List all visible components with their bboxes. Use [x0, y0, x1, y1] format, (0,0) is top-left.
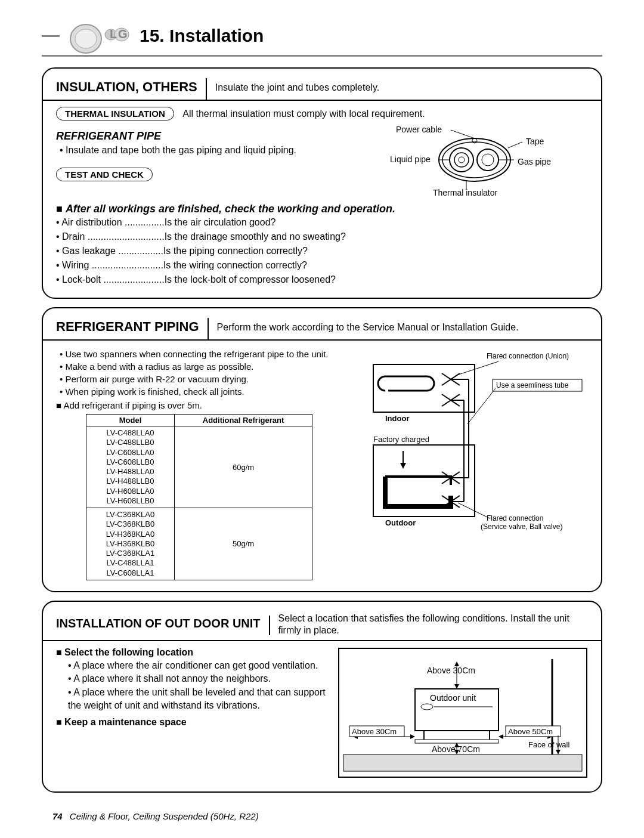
refrigerant-table: Model Additional Refrigerant LV-C488LLA0…	[86, 414, 312, 580]
svg-line-30	[467, 388, 496, 424]
add-refrigerant-note: Add refrigerant if piping is over 5m.	[56, 400, 349, 410]
piping-header: REFRIGERANT PIPING Perform the work acco…	[43, 318, 601, 341]
thermal-note: All thermal insulation must comply with …	[182, 109, 425, 119]
lg-logo: L G	[68, 18, 134, 54]
col-additional: Additional Refrigerant	[175, 415, 312, 426]
svg-marker-57	[556, 750, 561, 754]
model-cell-1: LV-C488LLA0 LV-C488LLB0 LV-C608LLA0 LV-C…	[86, 426, 175, 508]
label-outdoor-unit: Outdoor unit	[430, 693, 476, 703]
label-seemliness: Use a seemliness tube	[496, 381, 569, 389]
svg-text:L: L	[110, 27, 117, 41]
label-above-50: Above 50Cm	[508, 727, 553, 736]
svg-rect-19	[373, 364, 475, 412]
label-outdoor: Outdoor	[385, 518, 416, 527]
label-gas-pipe: Gas pipe	[518, 157, 551, 166]
outdoor-title: INSTALLATION OF OUT DOOR UNIT	[43, 616, 270, 635]
svg-rect-34	[343, 754, 582, 771]
piping-desc: Perform the work according to the Servic…	[209, 320, 527, 337]
outdoor-clearance-diagram: Above 30Cm Outdoor unit Above 30Cm Above…	[338, 647, 588, 781]
outdoor-panel: INSTALLATION OF OUT DOOR UNIT Select a l…	[42, 601, 602, 793]
insulation-desc: Insulate the joint and tubes completely.	[207, 81, 388, 97]
refrigerant-pipe-heading: REFRIGERANT PIPE	[56, 130, 349, 143]
col-model: Model	[86, 415, 175, 426]
label-power-cable: Power cable	[396, 125, 442, 134]
piping-panel: REFRIGERANT PIPING Perform the work acco…	[42, 307, 602, 592]
svg-marker-44	[454, 684, 459, 689]
select-bullets: A place where the air conditioner can ge…	[68, 659, 326, 713]
svg-point-37	[421, 704, 433, 710]
svg-text:G: G	[118, 27, 128, 41]
label-thermal-insulator: Thermal insulator	[433, 188, 497, 196]
page-footer: 74 Ceiling & Floor, Ceiling Suspended (5…	[52, 811, 259, 821]
label-factory-charged: Factory charged	[373, 435, 429, 444]
chapter-title: 15. Installation	[140, 26, 264, 46]
label-flared-union: Flared connection (Union)	[487, 352, 569, 360]
pipe-cross-section-diagram: Power cable Tape Liquid pipe Gas pipe Th…	[361, 124, 588, 198]
insulation-header: INSULATION, OTHERS Insulate the joint an…	[43, 78, 601, 101]
label-above-30-top: Above 30Cm	[427, 666, 475, 675]
value-cell-1: 60g/m	[175, 426, 312, 508]
header-bar	[42, 35, 60, 37]
svg-point-9	[454, 153, 469, 167]
piping-title: REFRIGERANT PIPING	[43, 318, 209, 339]
piping-bullets: Use two spanners when connecting the ref…	[60, 348, 349, 398]
svg-point-12	[482, 154, 494, 166]
keep-maintenance-heading: Keep a maintenance space	[56, 717, 326, 728]
label-above-30-left: Above 30Cm	[352, 727, 397, 736]
check-list: Air distribution ...............Is the a…	[56, 215, 588, 287]
svg-line-29	[457, 361, 499, 375]
svg-point-10	[459, 157, 465, 163]
label-above-70: Above 70Cm	[432, 744, 480, 754]
label-service-valve: (Service valve, Ball valve)	[481, 522, 562, 531]
select-location-heading: Select the following location	[56, 647, 326, 658]
outdoor-desc: Select a location that satisfies the fol…	[270, 611, 601, 640]
table-row: LV-C368KLA0 LV-C368KLB0 LV-H368KLA0 LV-H…	[86, 508, 312, 580]
label-liquid-pipe: Liquid pipe	[390, 154, 431, 164]
piping-diagram: Indoor Outdoor Factory charged	[361, 347, 588, 580]
page-header: L G 15. Installation	[42, 18, 602, 57]
svg-point-13	[472, 138, 477, 143]
label-face-of-wall: Face of wall	[528, 740, 569, 749]
label-flared-connection: Flared connection	[487, 514, 543, 522]
refrigerant-bullet: Insulate and tape both the gas piping an…	[60, 144, 349, 157]
page-number: 74	[52, 811, 63, 821]
model-cell-2: LV-C368KLA0 LV-C368KLB0 LV-H368KLA0 LV-H…	[86, 508, 175, 580]
test-check-pill: TEST AND CHECK	[56, 168, 153, 181]
svg-point-8	[450, 148, 473, 172]
svg-point-11	[477, 149, 499, 171]
insulation-panel: INSULATION, OTHERS Insulate the joint an…	[42, 67, 602, 299]
chapter-number: 15.	[140, 26, 165, 45]
svg-marker-22	[400, 463, 406, 469]
insulation-title: INSULATION, OTHERS	[43, 78, 207, 100]
svg-marker-47	[410, 734, 415, 739]
svg-point-7	[442, 142, 507, 178]
table-row: LV-C488LLA0 LV-C488LLB0 LV-C608LLA0 LV-C…	[86, 426, 312, 508]
check-heading: After all workings are finished, check t…	[56, 203, 588, 215]
outdoor-header: INSTALLATION OF OUT DOOR UNIT Select a l…	[43, 611, 601, 641]
svg-marker-53	[499, 734, 503, 739]
svg-point-1	[75, 29, 97, 48]
label-indoor: Indoor	[385, 414, 409, 423]
label-tape: Tape	[526, 137, 544, 146]
chapter-name: Installation	[169, 26, 264, 45]
svg-line-16	[451, 130, 475, 138]
thermal-pill: THERMAL INSULATION	[56, 107, 174, 120]
footer-title: Ceiling & Floor, Ceiling Suspended (50Hz…	[70, 811, 259, 821]
value-cell-2: 50g/m	[175, 508, 312, 580]
svg-line-17	[508, 142, 522, 148]
